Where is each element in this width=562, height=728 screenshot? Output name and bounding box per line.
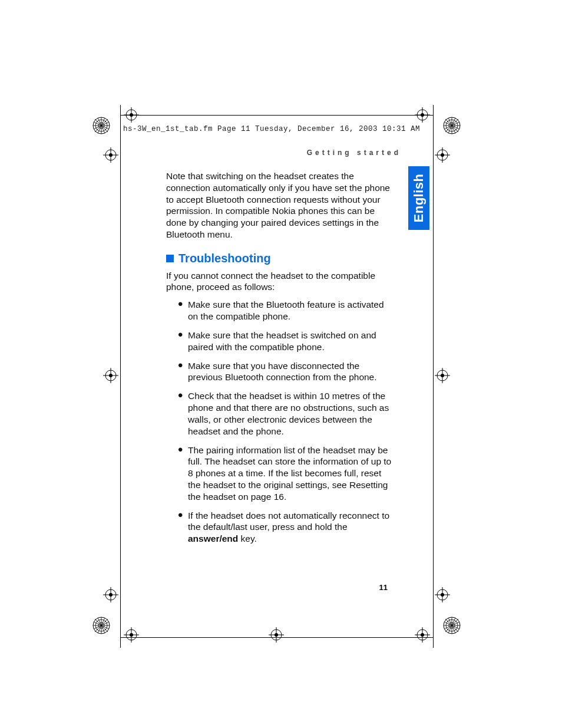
section-heading-text: Troubleshooting [178,251,271,266]
registration-mark-icon [435,368,450,383]
list-item-text-bold: answer/end [188,533,238,543]
lead-paragraph: If you cannot connect the headset to the… [166,270,396,294]
registration-mark-icon [103,587,118,602]
list-item: Make sure that the Bluetooth feature is … [179,299,396,322]
registration-mark-icon [269,627,284,643]
square-bullet-icon [166,255,174,262]
bullet-list: Make sure that the Bluetooth feature is … [166,299,396,545]
registration-mark-icon [415,107,430,123]
running-head: Getting started [307,149,401,157]
intro-paragraph: Note that switching on the headset creat… [166,170,396,241]
registration-corner-icon [443,117,461,134]
registration-corner-icon [443,617,461,634]
language-tab: English [408,166,429,230]
registration-mark-icon [435,587,450,602]
file-header-line: hs-3W_en_1st_tab.fm Page 11 Tuesday, Dec… [123,125,420,133]
registration-mark-icon [124,107,139,123]
registration-mark-icon [103,147,118,163]
list-item-text-pre: If the headset does not automatically re… [188,510,389,532]
list-item: Check that the headset is within 10 metr… [179,390,396,437]
list-item: The pairing information list of the head… [179,444,396,503]
page-number: 11 [379,583,388,592]
list-item: Make sure that you have disconnected the… [179,360,396,384]
registration-mark-icon [103,368,118,383]
registration-corner-icon [92,617,110,634]
main-content: Note that switching on the headset creat… [166,170,396,552]
registration-mark-icon [415,627,430,643]
registration-mark-icon [435,147,450,163]
list-item-text-post: key. [238,533,257,543]
language-tab-label: English [411,174,427,223]
registration-mark-icon [124,627,139,643]
section-heading: Troubleshooting [166,251,396,266]
list-item: Make sure that the headset is switched o… [179,330,396,353]
list-item: If the headset does not automatically re… [179,510,396,545]
registration-corner-icon [92,117,110,134]
